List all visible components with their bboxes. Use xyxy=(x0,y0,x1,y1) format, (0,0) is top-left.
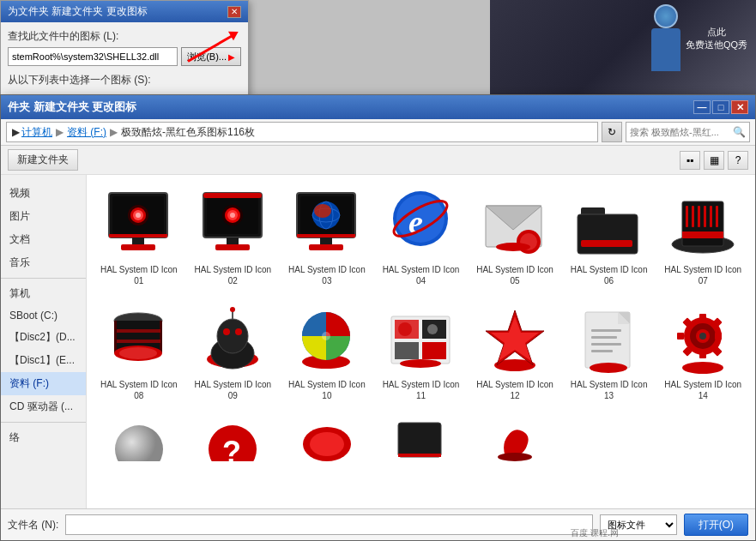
file-item-12[interactable]: HAL System ID Icon 12 xyxy=(469,297,560,408)
file-label-06: HAL System ID Icon 06 xyxy=(571,264,648,286)
sidebar-item-d[interactable]: 【Disc2】(D... xyxy=(1,326,86,349)
svg-rect-80 xyxy=(591,329,621,332)
svg-rect-53 xyxy=(117,340,160,343)
svg-point-84 xyxy=(590,363,627,373)
svg-rect-47 xyxy=(716,206,718,227)
breadcrumb-drive[interactable]: 资料 (F:) xyxy=(67,125,106,140)
sidebar-item-network[interactable]: 络 xyxy=(1,426,86,449)
refresh-btn[interactable]: ↻ xyxy=(602,122,622,142)
breadcrumb-arrow: ▶ xyxy=(12,126,20,138)
bg-dialog-close-btn[interactable]: ✕ xyxy=(227,6,241,18)
search-icon[interactable]: 🔍 xyxy=(733,126,746,138)
icon-03 xyxy=(290,189,363,261)
file-label-02: HAL System ID Icon 02 xyxy=(194,264,271,286)
svg-text:?: ? xyxy=(222,435,241,461)
file-item-19[interactable] xyxy=(469,412,560,468)
svg-point-62 xyxy=(230,307,235,312)
sidebar-item-video[interactable]: 视频 xyxy=(1,182,86,205)
close-btn[interactable]: ✕ xyxy=(731,100,748,114)
cylinder-svg xyxy=(102,304,175,376)
svg-point-60 xyxy=(235,328,242,335)
document-svg xyxy=(572,304,645,376)
background-ad: 点此 免费送他QQ秀 xyxy=(490,0,756,94)
file-label-07: HAL System ID Icon 07 xyxy=(664,264,741,286)
mail-svg xyxy=(479,189,552,261)
icon-10 xyxy=(290,304,363,376)
help-btn[interactable]: ? xyxy=(728,151,748,170)
file-item-06[interactable]: HAL System ID Icon 06 xyxy=(564,182,655,293)
bg-dialog-title: 为文件夹 新建文件夹 更改图标 xyxy=(8,4,148,19)
file-item-07[interactable]: HAL System ID Icon 07 xyxy=(657,182,748,293)
sidebar-item-f[interactable]: 资料 (F:) xyxy=(1,372,86,395)
view-list-btn[interactable]: ▪▪ xyxy=(680,151,700,170)
svg-rect-15 xyxy=(203,193,262,198)
ad-line1: 点此 xyxy=(686,26,747,39)
bg-dialog-path-input[interactable] xyxy=(8,47,178,66)
main-dialog: 件夹 新建文件夹 更改图标 — □ ✕ ▶ 计算机 ▶ 资料 (F:) ▶ 极致… xyxy=(0,94,756,541)
svg-rect-37 xyxy=(578,214,638,254)
svg-rect-17 xyxy=(215,244,250,250)
svg-rect-42 xyxy=(686,206,688,227)
file-item-11[interactable]: HAL System ID Icon 11 xyxy=(376,297,467,408)
file-item-15[interactable] xyxy=(94,412,184,468)
file-item-16[interactable]: ? xyxy=(188,412,279,468)
breadcrumb[interactable]: ▶ 计算机 ▶ 资料 (F:) ▶ 极致酷炫-黑红色系图标116枚 xyxy=(6,122,598,142)
address-bar: ▶ 计算机 ▶ 资料 (F:) ▶ 极致酷炫-黑红色系图标116枚 ↻ 🔍 xyxy=(1,119,755,146)
collage-svg xyxy=(384,304,457,376)
search-box[interactable]: 🔍 xyxy=(626,122,750,142)
file-item-02[interactable]: HAL System ID Icon 02 xyxy=(188,182,279,293)
open-btn[interactable]: 打开(O) xyxy=(684,514,748,536)
hal-monitor-01-svg xyxy=(102,189,175,261)
icon-05 xyxy=(479,189,552,261)
file-item-09[interactable]: HAL System ID Icon 09 xyxy=(188,297,279,408)
knight-svg xyxy=(484,418,546,461)
svg-point-5 xyxy=(136,213,141,218)
file-grid-container[interactable]: HAL System ID Icon 01 xyxy=(87,175,755,508)
file-item-03[interactable]: HAL System ID Icon 03 xyxy=(281,182,372,293)
folder-svg xyxy=(572,189,645,261)
file-label-05: HAL System ID Icon 05 xyxy=(476,264,553,286)
svg-rect-16 xyxy=(227,237,239,244)
file-item-18[interactable] xyxy=(376,412,467,468)
filename-label: 文件名 (N): xyxy=(8,518,58,532)
sidebar-item-documents[interactable]: 文档 xyxy=(1,228,86,251)
file-item-05[interactable]: HAL System ID Icon 05 xyxy=(469,182,560,293)
file-item-14[interactable]: HAL System ID Icon 14 xyxy=(657,297,748,408)
file-item-13[interactable]: HAL System ID Icon 13 xyxy=(564,297,655,408)
minimize-btn[interactable]: — xyxy=(693,100,711,114)
icon-16: ? xyxy=(197,418,269,461)
search-input[interactable] xyxy=(630,127,733,137)
new-folder-btn[interactable]: 新建文件夹 xyxy=(8,149,78,171)
addr-sep1: ▶ xyxy=(56,126,64,138)
sidebar-divider1 xyxy=(1,278,86,279)
sidebar-item-computer[interactable]: 算机 xyxy=(1,282,86,305)
main-titlebar: 件夹 新建文件夹 更改图标 — □ ✕ xyxy=(1,95,755,119)
file-item-01[interactable]: HAL System ID Icon 01 xyxy=(94,182,184,293)
toolbar-view-controls: ▪▪ ▦ ? xyxy=(680,151,748,170)
maximize-btn[interactable]: □ xyxy=(712,100,729,114)
sidebar: 视频 图片 文档 音乐 算机 SBoot (C:) 【Disc2】(D... 【… xyxy=(1,175,87,508)
sidebar-item-cd[interactable]: CD 驱动器 (... xyxy=(1,395,86,418)
file-item-08[interactable]: HAL System ID Icon 08 xyxy=(94,297,184,408)
file-item-10[interactable]: HAL System ID Icon 10 xyxy=(281,297,372,408)
icon-15 xyxy=(102,418,175,461)
sidebar-item-pictures[interactable]: 图片 xyxy=(1,205,86,228)
sidebar-item-e[interactable]: 【Disc1】(E... xyxy=(1,349,86,372)
bg-dialog-browse-btn[interactable]: 浏览(B)...▶ xyxy=(181,47,241,66)
svg-point-98 xyxy=(115,425,163,461)
view-grid-btn[interactable]: ▦ xyxy=(704,151,724,170)
ad-line2: 免费送他QQ秀 xyxy=(686,39,747,51)
svg-rect-82 xyxy=(591,343,621,346)
filename-input[interactable] xyxy=(65,514,592,535)
svg-rect-41 xyxy=(682,231,723,238)
ie-svg: e xyxy=(384,189,457,261)
icon-04: e xyxy=(384,189,457,261)
file-item-17[interactable] xyxy=(281,412,372,468)
icon-07 xyxy=(667,189,740,261)
breadcrumb-computer[interactable]: 计算机 xyxy=(21,125,52,140)
svg-point-35 xyxy=(496,243,530,251)
sidebar-item-c[interactable]: SBoot (C:) xyxy=(1,305,86,326)
svg-point-71 xyxy=(398,322,412,336)
file-item-04[interactable]: e HAL System ID Icon 04 xyxy=(376,182,467,293)
sidebar-item-music[interactable]: 音乐 xyxy=(1,251,86,274)
